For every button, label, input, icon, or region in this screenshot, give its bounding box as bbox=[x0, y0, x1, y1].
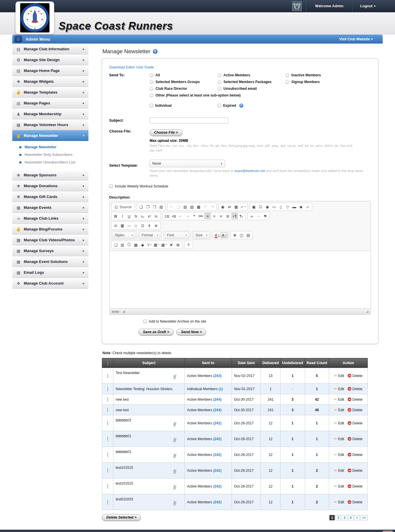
editor-btn-find[interactable]: ◉ bbox=[220, 204, 226, 210]
row-checkbox[interactable] bbox=[107, 452, 108, 457]
row-checkbox[interactable] bbox=[107, 500, 108, 505]
sidebar-item-manage-donations[interactable]: ❖Manage Donations► bbox=[12, 180, 88, 191]
editor-btn-templates[interactable]: ▤ bbox=[158, 204, 165, 210]
editor-btn-clear-contents[interactable]: ⊠ bbox=[175, 242, 181, 248]
editor-btn-unlink[interactable]: ∞ bbox=[255, 213, 262, 219]
include-weekly-workout-checkbox[interactable]: Include Weekly Workout Schedule bbox=[109, 184, 371, 188]
editor-select-styles[interactable]: Styles▾ bbox=[112, 232, 135, 239]
edit-button[interactable]: ✏Edit bbox=[334, 452, 344, 457]
editor-btn-grid-tools[interactable]: ▦▾ bbox=[160, 242, 168, 248]
editor-btn-image[interactable]: ▩ bbox=[133, 242, 139, 248]
radio-active-members[interactable]: Active Members bbox=[218, 73, 285, 77]
page-last[interactable]: >> bbox=[360, 515, 368, 520]
subject-input[interactable] bbox=[150, 118, 229, 123]
archive-checkbox[interactable]: Add to Newsletter Archive on the site bbox=[143, 319, 371, 323]
editor-btn-textarea-field[interactable]: ▯ bbox=[278, 204, 284, 210]
resize-handle-icon[interactable]: ◢ bbox=[366, 310, 368, 313]
editor-btn-replace[interactable]: ⇄ bbox=[226, 204, 233, 210]
sent-to-count-link[interactable]: (1) bbox=[218, 387, 223, 391]
row-checkbox[interactable] bbox=[107, 397, 108, 402]
edit-button[interactable]: ✏Edit bbox=[334, 437, 344, 441]
sent-to-count-link[interactable]: (242) bbox=[213, 421, 221, 425]
editor-btn-outdent[interactable]: ⇤ bbox=[177, 213, 184, 219]
radio-all[interactable]: All bbox=[150, 73, 218, 77]
download-editor-guide-link[interactable]: Download Editor User Guide bbox=[109, 65, 154, 69]
editor-btn-link[interactable]: ∞ bbox=[249, 213, 255, 219]
sidebar-item-manage-gift-cards[interactable]: ❖Manage Gift Cards► bbox=[12, 191, 88, 202]
sent-to-count-link[interactable]: (242) bbox=[213, 500, 221, 504]
editor-select-font[interactable]: Font▾ bbox=[165, 232, 189, 239]
sidebar-item-manage-pages[interactable]: ▤Manage Pages► bbox=[12, 98, 88, 109]
delete-selected-button[interactable]: Delete Selected > bbox=[102, 514, 141, 521]
editor-btn-iframe[interactable]: ⊕ bbox=[153, 222, 159, 229]
editor-btn-blockquote[interactable]: ❝ bbox=[191, 213, 197, 219]
editor-btn-copy[interactable]: ❏ bbox=[175, 204, 182, 210]
row-checkbox[interactable] bbox=[107, 421, 108, 426]
editor-btn-paste-text[interactable]: ▧ bbox=[189, 204, 195, 210]
delete-button[interactable]: Delete bbox=[348, 437, 362, 441]
help-icon[interactable]: ? bbox=[153, 49, 158, 54]
editor-btn-text-field[interactable]: ▭ bbox=[271, 204, 277, 210]
editor-btn-embed-object[interactable]: ⊘ bbox=[112, 222, 119, 229]
editor-btn-bulleted-list[interactable]: •≣ bbox=[171, 213, 177, 219]
row-checkbox[interactable] bbox=[107, 437, 108, 441]
edit-button[interactable]: ✏Edit bbox=[334, 387, 344, 391]
edit-button[interactable]: ✏Edit bbox=[334, 468, 344, 473]
editor-btn-undo[interactable]: ↶ bbox=[202, 204, 209, 210]
row-checkbox[interactable] bbox=[107, 468, 108, 473]
row-checkbox[interactable] bbox=[107, 373, 108, 378]
editor-btn-select-all[interactable]: ▦ bbox=[233, 204, 240, 210]
editor-btn-div-container[interactable]: DIV bbox=[198, 213, 204, 219]
editor-btn-horizontal-rule[interactable]: ― bbox=[126, 222, 132, 229]
radio-signup-members[interactable]: Signup Members bbox=[285, 80, 371, 84]
radio-club-race-director[interactable]: Club Race Director bbox=[150, 87, 218, 91]
checkbox-individual[interactable]: Individual bbox=[150, 104, 218, 108]
sidebar-item-manage-blog-forums[interactable]: ✌Manage Blog/Forums► bbox=[12, 224, 88, 235]
sidebar-item-manage-club-information[interactable]: ▤Manage Club Information► bbox=[12, 44, 88, 54]
sidebar-item-manage-home-page[interactable]: ▤Manage Home Page► bbox=[12, 65, 88, 76]
editor-btn-table-tools[interactable]: ▦▾ bbox=[153, 242, 160, 248]
radio-selected-members-groups[interactable]: Selected Members Groups bbox=[150, 80, 218, 84]
edit-button[interactable]: ✏Edit bbox=[334, 373, 344, 378]
editor-btn-bg-color[interactable]: A▾ bbox=[220, 232, 228, 238]
editor-btn-text-color[interactable]: A▾ bbox=[214, 232, 220, 238]
page-2[interactable]: 2 bbox=[336, 515, 341, 520]
delete-button[interactable]: Delete bbox=[348, 374, 362, 378]
editor-btn-show-blocks[interactable]: ◫ bbox=[238, 232, 245, 238]
editor-btn-align-justify[interactable]: ≣ bbox=[225, 213, 231, 219]
sidebar-subitem-newsletter-only-subscribers[interactable]: Newsletter Only Subscribers bbox=[12, 151, 88, 159]
editor-btn-spell-check[interactable]: ✓▾ bbox=[240, 204, 247, 210]
editor-btn-anchor[interactable]: ⚑ bbox=[262, 213, 269, 219]
editor-btn-superscript[interactable]: x² bbox=[146, 213, 153, 219]
edit-button[interactable]: ✏Edit bbox=[334, 397, 344, 402]
sidebar-item-manage-newsletter[interactable]: ✌Manage Newsletter▼ bbox=[12, 130, 88, 141]
element-path-p[interactable]: p bbox=[123, 310, 125, 313]
delete-button[interactable]: Delete bbox=[348, 387, 362, 391]
sent-to-count-link[interactable]: (244) bbox=[213, 408, 221, 412]
row-checkbox[interactable] bbox=[107, 387, 108, 391]
editor-btn-underline[interactable]: U bbox=[126, 213, 132, 219]
editor-btn-about[interactable]: ⓘ bbox=[126, 242, 132, 248]
home-icon[interactable]: ⌂ bbox=[15, 36, 22, 42]
editor-btn-delete-item[interactable]: ✘ bbox=[168, 242, 175, 248]
sidebar-item-manage-club-videos-photos[interactable]: ▩Manage Club Videos/Photos► bbox=[12, 235, 88, 245]
editor-btn-preview-blocks[interactable]: ▤ bbox=[245, 232, 252, 238]
editor-btn-bidi-rtl[interactable]: ¶‹ bbox=[238, 213, 244, 219]
editor-btn-preview[interactable]: ❐ bbox=[145, 204, 151, 210]
editor-btn-indent[interactable]: ⇥ bbox=[184, 213, 191, 219]
sidebar-item-manage-templates[interactable]: ✌Manage Templates► bbox=[12, 87, 88, 98]
editor-btn-subscript[interactable]: x₂ bbox=[139, 213, 146, 219]
editor-btn-italic[interactable]: I bbox=[119, 213, 126, 219]
editor-btn-bidi-ltr[interactable]: ‣¶ bbox=[231, 213, 238, 219]
delete-button[interactable]: Delete bbox=[348, 469, 362, 473]
template-email-link[interactable]: team@thedriven.net bbox=[235, 169, 265, 173]
editor-btn-save[interactable]: ◆ bbox=[139, 242, 146, 248]
send-now-button[interactable]: Send Now > bbox=[177, 329, 206, 335]
editor-btn-button-field[interactable]: ▬ bbox=[291, 204, 297, 210]
delete-button[interactable]: Delete bbox=[348, 484, 362, 488]
editor-btn-align-center[interactable]: ≡ bbox=[211, 213, 218, 219]
sidebar-item-manage-membership[interactable]: ♟Manage Membership► bbox=[12, 109, 88, 119]
editor-btn-strikethrough[interactable]: S bbox=[133, 213, 139, 219]
chat-widget-button[interactable] bbox=[382, 531, 393, 532]
sidebar-item-manage-club-links[interactable]: ∞Manage Club Links► bbox=[12, 213, 88, 224]
